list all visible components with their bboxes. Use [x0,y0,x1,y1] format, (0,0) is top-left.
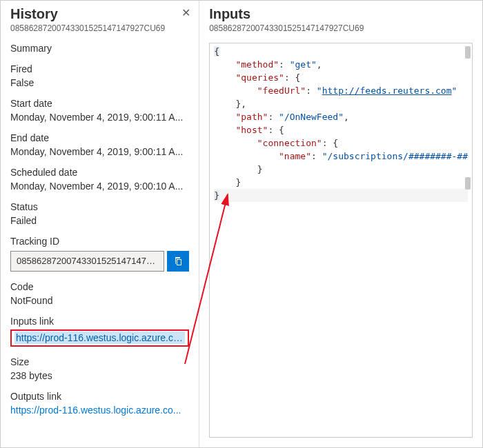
json-feed-url: http://feeds.reuters.com [322,85,452,96]
scrollbar-top-icon [465,46,471,59]
close-icon[interactable]: ✕ [181,6,190,19]
json-connection-name: /subscriptions/########-## [328,151,469,161]
start-date-value: Monday, November 4, 2019, 9:00:11 A... [10,112,189,123]
tracking-id-field[interactable]: 085862872007433015251471479... [10,251,164,272]
scheduled-date-label: Scheduled date [10,167,189,178]
code-label: Code [10,281,189,292]
outputs-link-label: Outputs link [10,391,189,402]
start-date-label: Start date [10,98,189,109]
fired-value: False [10,77,189,88]
inputs-link[interactable]: https://prod-116.westus.logic.azure.co..… [14,332,185,344]
tracking-id-label: Tracking ID [10,236,189,247]
history-title: History [10,6,189,22]
copy-icon [172,256,184,267]
size-label: Size [10,356,189,367]
status-value: Failed [10,215,189,226]
fired-label: Fired [10,63,189,74]
history-panel: ✕ History 08586287200743301525147147927C… [1,1,199,447]
status-label: Status [10,201,189,212]
inputs-panel: Inputs 08586287200743301525147147927CU69… [199,1,482,447]
inputs-title: Inputs [209,6,473,22]
code-value: NotFound [10,295,189,306]
history-run-id: 08586287200743301525147147927CU69 [10,23,189,33]
json-path: /OnNewFeed [284,112,338,122]
inputs-run-id: 08586287200743301525147147927CU69 [209,23,473,33]
end-date-label: End date [10,132,189,143]
copy-button[interactable] [167,251,189,272]
scheduled-date-value: Monday, November 4, 2019, 9:00:10 A... [10,181,189,192]
outputs-link[interactable]: https://prod-116.westus.logic.azure.co..… [10,405,189,416]
scrollbar-bottom-icon [465,177,471,190]
summary-heading: Summary [10,43,189,54]
size-value: 238 bytes [10,370,189,381]
json-method: get [295,59,311,70]
end-date-value: Monday, November 4, 2019, 9:00:11 A... [10,146,189,157]
json-viewer[interactable]: { "method": "get", "queries": { "feedUrl… [209,43,473,438]
inputs-link-highlight: https://prod-116.westus.logic.azure.co..… [10,329,189,347]
inputs-link-label: Inputs link [10,316,189,327]
